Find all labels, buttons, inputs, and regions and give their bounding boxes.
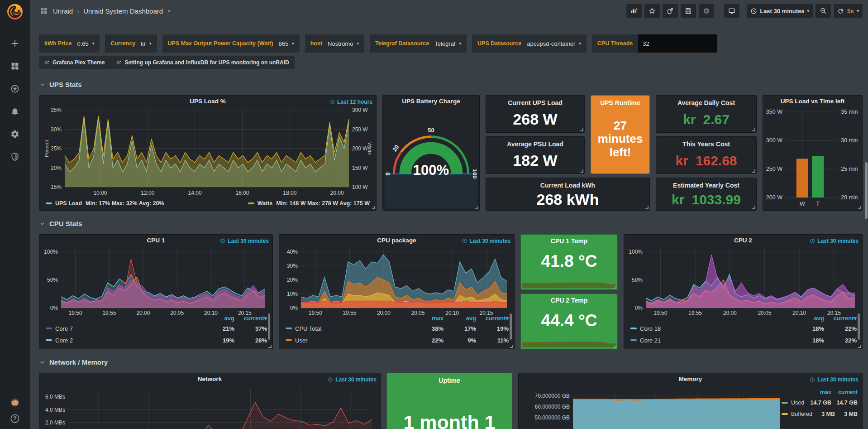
add-panel-button[interactable] (626, 4, 642, 18)
variable-host[interactable]: host Nostromo▾ (305, 34, 364, 53)
scrollbar-thumb[interactable] (865, 162, 868, 219)
load-vs-time-chart[interactable]: 200 W20 min250 W25 min300 W30 min350 W35… (766, 106, 859, 207)
breadcrumb-dashboard[interactable]: Unraid System Dashboard (83, 7, 163, 15)
cpu-threads-input[interactable] (638, 34, 717, 53)
panel-resize-handle[interactable] (645, 169, 649, 173)
legend-series-name[interactable]: Core 21 (630, 337, 792, 344)
panel-resize-handle[interactable] (752, 206, 755, 209)
panel-resize-handle[interactable] (645, 206, 649, 209)
variable-ups-max-output[interactable]: UPS Max Output Power Capacity (Watt) 865… (162, 34, 300, 53)
page-scrollbar[interactable] (864, 0, 868, 429)
panel-time-range[interactable]: Last 30 minutes (462, 238, 510, 244)
legend-scrollbar[interactable] (268, 313, 270, 340)
variable-kwh-price[interactable]: kWh Price 0.65▾ (39, 34, 100, 53)
zoom-out-button[interactable] (816, 4, 831, 18)
panel-title[interactable]: Estimated Yearly Cost (673, 182, 739, 189)
link-grafana-plex-theme[interactable]: Grafana Plex Theme (44, 59, 105, 66)
panel-title[interactable]: Current UPS Load (508, 99, 563, 106)
cpu1-chart[interactable]: 19:5019:5520:0020:0520:1020:150%50%100% (43, 246, 269, 317)
panel-title[interactable]: Average PSU Load (507, 140, 563, 148)
panel-resize-handle[interactable] (613, 285, 616, 289)
save-dashboard-button[interactable] (681, 4, 696, 18)
help-icon[interactable] (10, 414, 20, 424)
time-range-picker[interactable]: Last 30 minutes ▾ (747, 4, 813, 18)
link-ups-monitoring-guide[interactable]: Setting up Grafana and InfluxDB for UPS … (116, 59, 289, 66)
panel-resize-handle[interactable] (372, 206, 375, 209)
panel-time-range[interactable]: Last 12 hours (329, 99, 372, 105)
variable-value[interactable]: Nostromo▾ (328, 40, 359, 47)
cycle-view-mode-button[interactable] (724, 4, 739, 18)
variable-value[interactable]: 0.65▾ (77, 40, 94, 47)
panel-resize-handle[interactable] (858, 206, 861, 209)
panel-title[interactable]: Average Daily Cost (677, 99, 735, 106)
legend-item[interactable]: WattsMin: 148 W Max: 278 W Avg: 175 W (248, 200, 370, 207)
panel-resize-handle[interactable] (580, 128, 583, 131)
variable-value[interactable]: kr▾ (141, 40, 151, 47)
panel-time-range[interactable]: Last 30 minutes (220, 238, 269, 244)
refresh-interval-label[interactable]: 5s (847, 8, 854, 14)
legend-header[interactable]: maxavgcurrent▾ (286, 313, 509, 323)
variable-currency[interactable]: Currency kr▾ (105, 34, 157, 53)
legend-header[interactable]: avgcurrent▾ (46, 313, 267, 323)
create-icon[interactable] (10, 39, 20, 48)
legend-item[interactable]: UPS LoadMin: 17% Max: 32% Avg: 20% (46, 200, 164, 207)
ups-load-chart[interactable]: 10:0012:0014:0016:0018:0020:0015%20%25%3… (44, 106, 372, 197)
legend-scrollbar[interactable] (510, 313, 512, 340)
refresh-picker[interactable]: 5s ▾ (834, 4, 863, 18)
legend-series-name[interactable]: Buffered (782, 411, 812, 417)
section-cpu-stats[interactable]: CPU Stats (39, 219, 863, 228)
section-ups-stats[interactable]: UPS Stats (39, 80, 863, 89)
dashboards-icon[interactable] (10, 61, 20, 71)
cpu-package-chart[interactable]: 19:5019:5520:0020:0520:1020:150%10%20%30… (283, 246, 510, 317)
legend-scrollbar[interactable] (858, 313, 860, 340)
legend-header[interactable]: maxcurrent (782, 388, 858, 397)
panel-title[interactable]: UPS Runtime (600, 99, 640, 106)
panel-title[interactable]: UPS Battery Charge (383, 98, 479, 105)
breadcrumb-folder[interactable]: Unraid (53, 7, 73, 15)
variable-ups-datasource[interactable]: UPS Datasource apcupsd-container▾ (472, 34, 587, 53)
dashboard-grid-icon[interactable] (39, 6, 49, 16)
panel-resize-handle[interactable] (858, 345, 861, 348)
variable-telegraf-datasource[interactable]: Telegraf Datasource Telegraf▾ (370, 34, 467, 53)
panel-title[interactable]: CPU 2 Temp (551, 297, 587, 304)
grafana-logo[interactable] (5, 2, 24, 21)
panel-time-range[interactable]: Last 30 minutes (328, 376, 377, 383)
battery-gauge[interactable]: 02050100100% (386, 106, 477, 207)
legend-series-name[interactable]: Core 18 (630, 325, 792, 332)
variable-value[interactable]: Telegraf▾ (434, 40, 461, 47)
share-dashboard-button[interactable] (663, 4, 678, 18)
star-dashboard-button[interactable] (644, 4, 660, 18)
panel-resize-handle[interactable] (613, 345, 616, 348)
memory-chart[interactable]: 50.000000 GB60.000000 GB70.000000 GB (522, 385, 783, 429)
user-avatar[interactable] (10, 397, 20, 407)
panel-resize-handle[interactable] (752, 128, 755, 131)
cpu2-chart[interactable]: 19:5019:5520:0020:0520:1020:150%50%100% (628, 246, 858, 317)
panel-resize-handle[interactable] (475, 206, 478, 209)
legend-series-name[interactable]: Used (782, 400, 805, 406)
panel-title[interactable]: CPU 1 Temp (551, 237, 587, 245)
panel-title[interactable]: UPS Load % (39, 98, 376, 105)
variable-value[interactable]: apcupsd-container▾ (527, 40, 581, 47)
legend-series-name[interactable]: CPU Total (286, 325, 411, 332)
chevron-down-icon[interactable]: ▾ (168, 9, 170, 14)
legend-series-name[interactable]: Core 7 (46, 325, 202, 332)
panel-resize-handle[interactable] (268, 345, 272, 348)
panel-title[interactable]: Current Load kWh (540, 182, 595, 189)
legend-header[interactable]: avgcurrent▾ (630, 313, 857, 323)
refresh-icon[interactable] (837, 8, 844, 14)
legend-series-name[interactable]: Core 2 (46, 337, 202, 344)
panel-resize-handle[interactable] (580, 169, 583, 173)
network-chart[interactable]: 2.0 MBs4.0 MBs6.0 MBs (43, 385, 377, 429)
panel-title[interactable]: UPS Load vs Time left (763, 98, 862, 105)
panel-time-range[interactable]: Last 30 minutes (810, 238, 858, 244)
server-admin-shield-icon[interactable] (10, 152, 20, 162)
panel-title[interactable]: This Years Cost (682, 140, 730, 148)
variable-value[interactable]: 865▾ (278, 40, 294, 47)
legend-series-name[interactable]: User (286, 337, 411, 344)
panel-time-range[interactable]: Last 30 minutes (810, 376, 858, 383)
dashboard-settings-button[interactable] (699, 4, 714, 18)
explore-compass-icon[interactable] (10, 84, 20, 94)
configuration-gear-icon[interactable] (10, 129, 20, 139)
alerting-bell-icon[interactable] (10, 106, 20, 116)
panel-resize-handle[interactable] (510, 345, 513, 348)
